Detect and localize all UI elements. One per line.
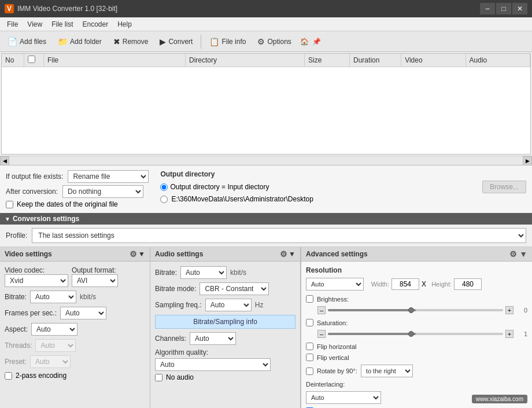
home-icon[interactable]: 🏠 bbox=[300, 38, 309, 46]
preset-select[interactable]: Auto bbox=[30, 355, 71, 368]
keep-dates-label: Keep the dates of the original file bbox=[17, 200, 118, 208]
advanced-panel: Advanced settings ⚙ ▼ Resolution Auto Wi… bbox=[301, 247, 532, 408]
resolution-select[interactable]: Auto bbox=[306, 278, 364, 291]
horizontal-scrollbar[interactable]: ◀ ▶ bbox=[0, 156, 532, 165]
output-format-label: Output format: bbox=[72, 266, 118, 274]
add-folder-button[interactable]: 📁 Add folder bbox=[53, 34, 107, 49]
col-header-file: File bbox=[43, 54, 185, 67]
fps-select[interactable]: Auto bbox=[60, 307, 106, 319]
video-settings-gear[interactable]: ⚙ bbox=[130, 249, 137, 259]
col-header-duration: Duration bbox=[350, 54, 401, 67]
convert-button[interactable]: ▶ Convert bbox=[154, 34, 198, 49]
convert-icon: ▶ bbox=[160, 37, 166, 46]
file-info-button[interactable]: 📋 File info bbox=[204, 34, 251, 49]
sampling-label: Sampling freq.: bbox=[155, 301, 202, 309]
browse-button[interactable]: Browse... bbox=[482, 181, 526, 193]
alg-qual-select[interactable]: Auto bbox=[155, 358, 271, 371]
profile-row: Profile: The last session settings bbox=[0, 225, 532, 247]
aspect-select[interactable]: Auto bbox=[31, 323, 77, 336]
flip-horiz-label: Flip horizontal bbox=[317, 343, 356, 350]
menu-encoder[interactable]: Encoder bbox=[77, 19, 113, 30]
brightness-decrease[interactable]: – bbox=[317, 306, 326, 314]
menu-view[interactable]: View bbox=[23, 19, 47, 30]
col-header-check bbox=[24, 54, 43, 67]
menu-filelist[interactable]: File list bbox=[47, 19, 77, 30]
aspect-label: Aspect: bbox=[5, 325, 28, 333]
sampling-unit: Hz bbox=[255, 301, 264, 309]
channels-label: Channels: bbox=[155, 335, 186, 343]
bitrate-info-button[interactable]: Bitrate/Sampling info bbox=[155, 315, 295, 329]
toolbar: 📄 Add files 📁 Add folder ✖ Remove ▶ Conv… bbox=[0, 31, 532, 52]
preset-label: Preset: bbox=[5, 358, 27, 366]
video-settings-arrow[interactable]: ▼ bbox=[138, 250, 145, 258]
flip-horiz-checkbox[interactable] bbox=[306, 343, 313, 350]
app-title: IMM Video Converter 1.0 [32-bit] bbox=[17, 5, 117, 13]
alg-qual-label: Algorithm quality: bbox=[155, 348, 295, 356]
file-table-area: No File Directory Size Duration Video Au… bbox=[1, 53, 531, 155]
brightness-increase[interactable]: + bbox=[505, 306, 513, 314]
pin-icon[interactable]: 📌 bbox=[312, 38, 321, 46]
radio-input-dir[interactable] bbox=[160, 183, 168, 191]
keep-dates-checkbox[interactable] bbox=[6, 201, 13, 208]
saturation-checkbox[interactable] bbox=[306, 319, 313, 326]
conversion-settings-header: ▼ Conversion settings bbox=[0, 213, 532, 225]
height-spinbox[interactable] bbox=[454, 278, 482, 290]
audio-settings-arrow[interactable]: ▼ bbox=[289, 250, 295, 258]
bitrate-select-v[interactable]: Auto bbox=[30, 291, 76, 303]
maximize-button[interactable]: □ bbox=[496, 3, 511, 14]
no-audio-checkbox[interactable] bbox=[155, 374, 162, 381]
after-conv-dropdown[interactable]: Do nothing bbox=[62, 185, 143, 198]
threads-select[interactable]: Auto bbox=[35, 339, 76, 352]
add-files-button[interactable]: 📄 Add files bbox=[2, 34, 51, 49]
two-pass-checkbox[interactable] bbox=[5, 372, 12, 380]
deinterlacing-label: Deinterlacing: bbox=[306, 381, 345, 388]
two-pass-label: 2-pass encoding bbox=[16, 372, 66, 380]
saturation-slider[interactable] bbox=[328, 333, 503, 335]
no-audio-label: No audio bbox=[166, 373, 194, 381]
width-label: Width: bbox=[366, 281, 389, 288]
radio-custom-dir[interactable] bbox=[160, 196, 168, 203]
audio-bitrate-unit: kbit/s bbox=[230, 269, 246, 277]
scroll-right-button[interactable]: ▶ bbox=[523, 156, 532, 166]
codec-label: Video codec: bbox=[5, 266, 68, 274]
output-format-select[interactable]: AVI bbox=[72, 274, 118, 287]
col-header-size: Size bbox=[305, 54, 350, 67]
col-header-no: No bbox=[2, 54, 24, 67]
select-all-checkbox[interactable] bbox=[28, 56, 35, 63]
scroll-left-button[interactable]: ◀ bbox=[0, 156, 9, 166]
minimize-button[interactable]: – bbox=[480, 3, 495, 14]
saturation-increase[interactable]: + bbox=[505, 330, 513, 338]
remove-button[interactable]: ✖ Remove bbox=[108, 34, 154, 49]
audio-settings-gear[interactable]: ⚙ bbox=[280, 249, 287, 259]
rotate90-select[interactable]: to the right to the left bbox=[361, 365, 413, 377]
rotate90-checkbox[interactable] bbox=[306, 367, 313, 375]
audio-panel-header: Audio settings ⚙ ▼ bbox=[150, 247, 300, 262]
audio-bitrate-label: Bitrate: bbox=[155, 269, 177, 277]
advanced-settings-gear[interactable]: ⚙ ▼ bbox=[509, 249, 527, 259]
bitrate-unit-v: kbit/s bbox=[80, 293, 96, 301]
audio-bitrate-select[interactable]: Auto bbox=[180, 266, 227, 279]
collapse-triangle[interactable]: ▼ bbox=[5, 216, 10, 222]
profile-label: Profile: bbox=[6, 231, 27, 240]
channels-select[interactable]: Auto bbox=[190, 332, 236, 345]
brightness-checkbox[interactable] bbox=[306, 295, 313, 303]
deinterlacing-select[interactable]: Auto bbox=[306, 391, 381, 404]
menu-help[interactable]: Help bbox=[113, 19, 136, 30]
bitrate-mode-select[interactable]: CBR - Constant bbox=[200, 282, 269, 295]
brightness-slider[interactable] bbox=[328, 309, 503, 311]
flip-vert-checkbox[interactable] bbox=[306, 354, 313, 361]
if-exists-dropdown[interactable]: Rename file Overwrite Skip bbox=[68, 170, 149, 183]
bitrate-label-v: Bitrate: bbox=[5, 293, 27, 301]
sampling-select[interactable]: Auto bbox=[205, 299, 252, 311]
profile-select[interactable]: The last session settings bbox=[32, 228, 526, 243]
video-panel-title: Video settings bbox=[5, 250, 52, 258]
menu-file[interactable]: File bbox=[2, 19, 23, 30]
close-button[interactable]: ✕ bbox=[512, 3, 527, 14]
audio-panel-title: Audio settings bbox=[155, 250, 203, 258]
width-spinbox[interactable] bbox=[391, 278, 419, 290]
file-info-icon: 📋 bbox=[209, 37, 219, 46]
saturation-decrease[interactable]: – bbox=[317, 330, 326, 338]
menu-bar: File View File list Encoder Help bbox=[0, 17, 532, 31]
options-button[interactable]: ⚙ Options bbox=[252, 34, 296, 49]
codec-select[interactable]: Xvid bbox=[5, 274, 68, 287]
